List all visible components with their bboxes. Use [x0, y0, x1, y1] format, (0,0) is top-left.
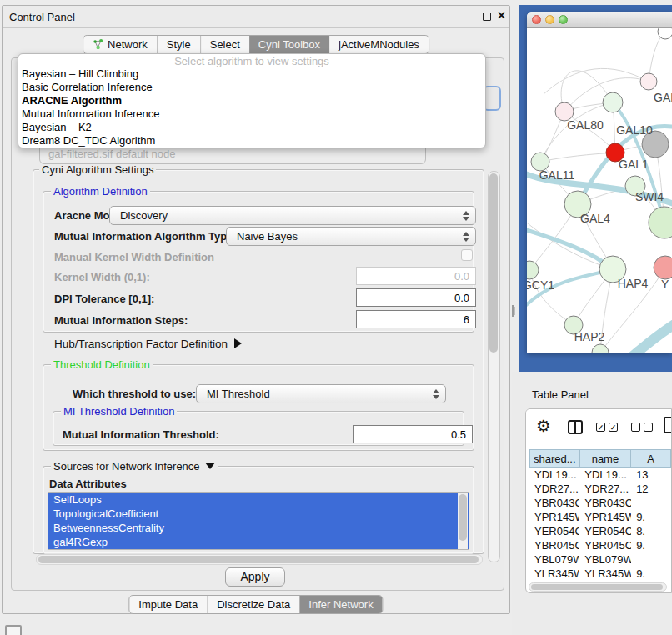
table-row[interactable]: YBR045CYBR045C9.: [529, 538, 671, 552]
table-cell[interactable]: 12: [631, 482, 671, 496]
collapsed-panel-icon[interactable]: [5, 625, 22, 635]
zoom-traffic-light-icon[interactable]: [559, 15, 568, 24]
network-node-gal[interactable]: [640, 73, 657, 90]
table-cell[interactable]: YBR043C: [579, 496, 631, 510]
scrollbar-thumb[interactable]: [531, 584, 663, 590]
panel-divider-handle[interactable]: [510, 305, 517, 317]
apply-button[interactable]: Apply: [225, 568, 285, 587]
table-row[interactable]: YBL079WYBL079W: [529, 552, 671, 567]
algorithm-option-list: Bayesian – Hill ClimbingBasic Correlatio…: [18, 68, 485, 148]
table-cell[interactable]: YPR145W: [529, 510, 579, 524]
table-cell[interactable]: YBR045C: [529, 538, 579, 552]
table-cell[interactable]: [631, 496, 671, 510]
new-table-icon[interactable]: [664, 417, 672, 433]
algorithm-option[interactable]: Dream8 DC_TDC Algorithm: [18, 134, 485, 148]
table-cell[interactable]: 13: [631, 468, 671, 482]
algorithm-option[interactable]: Bayesian – Hill Climbing: [18, 68, 485, 81]
tab-impute-data[interactable]: Impute Data: [129, 596, 207, 613]
scrollbar-thumb[interactable]: [459, 494, 467, 541]
algorithm-option[interactable]: Mutual Information Inference: [18, 108, 485, 121]
hub-definition-label: Hub/Transcription Factor Definition: [54, 338, 228, 350]
table-cell[interactable]: YLR345W: [579, 567, 631, 581]
table-row[interactable]: YBR043CYBR043C: [529, 496, 671, 510]
table-cell[interactable]: [631, 552, 671, 567]
gear-icon[interactable]: ⚙: [536, 416, 551, 436]
table-cell[interactable]: YER054C: [529, 524, 579, 538]
mi-steps-label: Mutual Information Steps:: [54, 314, 188, 327]
kernel-width-field[interactable]: [356, 267, 476, 285]
mi-type-combo[interactable]: Naive Bayes: [226, 227, 476, 246]
table-row[interactable]: YPR145WYPR145W9.: [529, 510, 671, 524]
table-cell[interactable]: YLR345W: [529, 567, 579, 581]
column-header[interactable]: shared...: [529, 449, 580, 468]
float-window-icon[interactable]: [483, 12, 491, 21]
aracne-mode-combo[interactable]: Discovery: [109, 206, 476, 225]
stepper-icon: [463, 232, 469, 242]
tab-cyni-toolbox[interactable]: Cyni Toolbox: [249, 36, 329, 53]
table-cell[interactable]: YDL19...: [579, 468, 631, 482]
table-row[interactable]: YLR345WYLR345W9.: [529, 567, 671, 581]
algorithm-option[interactable]: ARACNE Algorithm: [18, 94, 485, 108]
table-cell[interactable]: YBL079W: [529, 552, 579, 567]
attribute-item[interactable]: BetweennessCentrality: [48, 521, 469, 535]
network-node-gcy1[interactable]: [527, 261, 539, 279]
network-node[interactable]: [649, 207, 672, 238]
hub-definition-toggle[interactable]: Hub/Transcription Factor Definition: [54, 338, 242, 350]
minimize-traffic-light-icon[interactable]: [545, 15, 554, 24]
table-cell[interactable]: YBL079W: [579, 552, 631, 567]
table-cell[interactable]: 9.: [631, 567, 671, 581]
column-header[interactable]: A: [631, 449, 671, 468]
table-cell[interactable]: YDL19...: [529, 468, 579, 482]
table-row[interactable]: YER054CYER054C8.: [529, 524, 671, 538]
table-cell[interactable]: 8.: [631, 524, 671, 538]
columns-icon[interactable]: [568, 420, 583, 434]
kernel-width-label: Kernel Width (0,1):: [54, 271, 150, 283]
network-node[interactable]: [658, 28, 672, 39]
mi-steps-field[interactable]: [356, 310, 476, 328]
table-cell[interactable]: 9.: [631, 510, 671, 524]
table-cell[interactable]: 9.: [631, 538, 671, 552]
scrollbar-thumb[interactable]: [38, 556, 479, 563]
tab-jactivemnodules[interactable]: jActiveMNodules: [329, 36, 429, 53]
attributes-vertical-scrollbar[interactable]: [458, 493, 468, 550]
network-node-y[interactable]: [654, 256, 672, 279]
sources-group-header[interactable]: Sources for Network Inference: [51, 460, 218, 472]
tab-select[interactable]: Select: [200, 36, 249, 53]
close-traffic-light-icon[interactable]: [532, 15, 541, 24]
settings-vertical-scrollbar[interactable]: [488, 171, 500, 562]
scrollbar-thumb[interactable]: [489, 173, 498, 352]
tab-discretize-data[interactable]: Discretize Data: [207, 596, 299, 613]
select-all-columns-icon[interactable]: ✓ ✓: [596, 422, 618, 432]
network-view-frame: GALGAL80GAL10GAL1GAL11SWI4GAL4GCY1HAP4YH…: [519, 5, 672, 372]
dpi-tolerance-field[interactable]: [356, 288, 476, 307]
tab-style[interactable]: Style: [157, 36, 200, 53]
tab-infer-network[interactable]: Infer Network: [299, 596, 382, 613]
attribute-item[interactable]: TopologicalCoefficient: [48, 507, 469, 521]
tab-network[interactable]: Network: [83, 36, 157, 53]
attribute-item[interactable]: gal4RGexp: [48, 535, 469, 549]
table-cell[interactable]: YER054C: [579, 524, 631, 538]
table-cell[interactable]: YDR27...: [579, 482, 631, 496]
which-threshold-combo[interactable]: MI Threshold: [196, 384, 446, 403]
network-window[interactable]: GALGAL80GAL10GAL1GAL11SWI4GAL4GCY1HAP4YH…: [527, 12, 672, 352]
network-node-gal10[interactable]: [603, 92, 623, 112]
close-icon[interactable]: ✕: [497, 9, 506, 22]
table-cell[interactable]: YPR145W: [579, 510, 631, 524]
unselect-all-columns-icon[interactable]: [631, 422, 653, 432]
table-panel: ⚙ ✓ ✓ shared...nameAYDL19...YDL19...13YD…: [525, 408, 672, 593]
column-header[interactable]: name: [580, 449, 632, 468]
table-cell[interactable]: YBR043C: [529, 496, 579, 510]
manual-kernel-checkbox[interactable]: [461, 249, 473, 261]
table-cell[interactable]: YBR045C: [579, 538, 631, 552]
table-cell[interactable]: YDR27...: [529, 482, 579, 496]
table-row[interactable]: YDR27...YDR27...12: [529, 482, 671, 496]
attribute-item[interactable]: SelfLoops: [48, 492, 469, 507]
network-canvas[interactable]: GALGAL80GAL10GAL1GAL11SWI4GAL4GCY1HAP4YH…: [527, 28, 672, 352]
mi-threshold-field[interactable]: [353, 425, 473, 443]
algorithm-option[interactable]: Bayesian – K2: [18, 121, 485, 134]
algorithm-option[interactable]: Basic Correlation Inference: [18, 81, 485, 94]
table-row[interactable]: YDL19...YDL19...13: [529, 468, 671, 482]
settings-horizontal-scrollbar[interactable]: [36, 554, 483, 565]
table-horizontal-scrollbar[interactable]: [529, 582, 667, 592]
tab-label: Select: [210, 38, 240, 51]
